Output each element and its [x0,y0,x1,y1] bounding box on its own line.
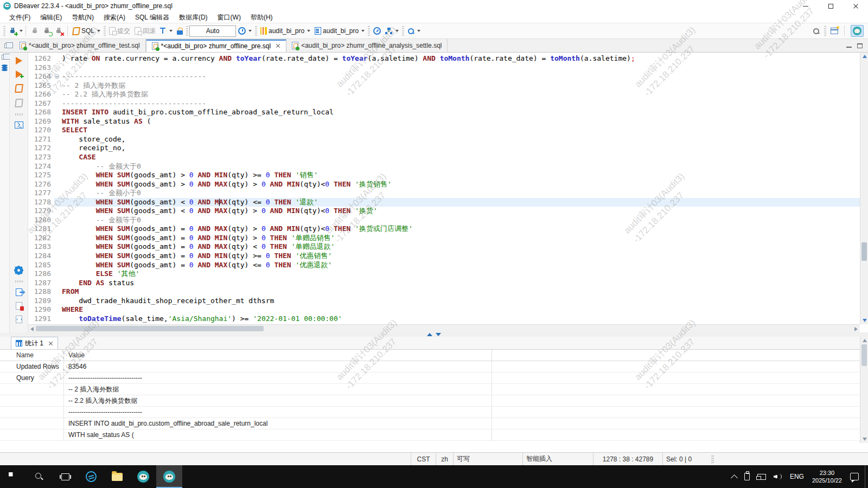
menu-help[interactable]: 帮助(H) [246,12,278,23]
code-line[interactable]: 1291 toDateTime(sale_time,'Asia/Shanghai… [28,314,860,324]
panel-sash[interactable] [0,332,868,337]
status-caret-position[interactable]: 1278 : 38 : 42789 [593,453,662,465]
tray-volume-button[interactable] [770,465,786,488]
execute-new-tab-button[interactable] [16,70,22,78]
sql-console-button[interactable] [15,121,23,129]
export-data-button[interactable] [16,288,22,296]
dbeaver-taskbar-button-active[interactable] [156,465,182,488]
code-line[interactable]: 1281 WHEN SUM(goods_amt) = 0 AND MAX(qty… [28,224,860,234]
tray-network-button[interactable] [754,465,770,488]
restore-view-icon[interactable] [2,55,8,60]
menu-window[interactable]: 窗口(W) [213,12,246,23]
new-connection-button[interactable] [7,25,18,36]
code-line[interactable]: 1285 WHEN SUM(goods_amt) = 0 AND MAX(qty… [28,261,860,270]
minimize-editor-icon[interactable] [846,43,852,48]
tray-show-hidden-icons[interactable] [728,465,741,488]
fold-collapse-icon[interactable] [54,72,62,81]
rollback-button[interactable]: 回滚 [132,25,158,37]
restore-panel-button[interactable] [0,39,14,52]
task-view-button[interactable] [52,465,78,488]
show-desktop-button[interactable] [865,465,868,488]
statistics-tab-close-icon[interactable] [48,341,53,346]
code-area[interactable]: 1262) rate ON rate.currency = a.currency… [28,53,860,324]
code-line[interactable]: 1283 WHEN SUM(goods_amt) = 0 AND MAX(qty… [28,242,860,252]
code-line[interactable]: 1272 receipt_no, [28,144,860,153]
code-line[interactable]: 1275 WHEN SUM(goods_amt) > 0 AND MIN(qty… [28,171,860,180]
database-navigator-icon[interactable] [1,64,8,71]
code-line[interactable]: 1270SELECT [28,126,860,135]
column-header-name[interactable]: Name [0,350,64,361]
code-line[interactable]: 1282 WHEN SUM(goods_amt) = 0 AND MIN(qty… [28,234,860,243]
scrollbar-thumb[interactable] [861,242,867,261]
tray-usb-button[interactable] [741,465,754,488]
taskbar-search-button[interactable] [26,465,52,488]
code-line[interactable]: 1274 -- 金额大于0 [28,162,860,171]
editor-vertical-scrollbar[interactable] [860,53,868,324]
scroll-down-icon[interactable] [863,319,867,322]
tab-zhumr-offline-analysis-settle[interactable]: <audit_bi_pro> zhumr_offline_analysis_se… [286,39,448,52]
code-line[interactable]: 1265-- 2 插入海外数据 [28,81,860,91]
scroll-up-icon[interactable] [863,55,867,58]
scroll-left-icon[interactable] [30,327,34,331]
connection-selector[interactable]: audit_bi_pro [258,25,312,36]
transaction-lock-button[interactable] [175,26,185,36]
code-line[interactable]: 1287 END AS status [28,279,860,288]
scrollbar-thumb[interactable] [861,344,867,366]
close-button[interactable] [843,0,868,12]
minimize-button[interactable] [793,0,818,12]
dbeaver-taskbar-button[interactable] [130,465,156,488]
sql-history-button[interactable] [236,25,254,36]
editor-horizontal-scrollbar[interactable] [28,324,860,332]
sash-down-icon[interactable] [436,333,441,336]
code-line[interactable]: 1262) rate ON rate.currency = a.currency… [28,54,860,63]
menu-database[interactable]: 数据库(D) [174,12,213,23]
code-line[interactable]: 1279 WHEN SUM(goods_amt) < 0 AND MAX(qty… [28,207,860,216]
column-header-value[interactable]: Value [64,350,492,361]
code-line[interactable]: 1273 CASE [28,153,860,162]
commit-mode-combo[interactable]: Auto [189,25,236,37]
dbeaver-perspective-button[interactable] [851,25,864,37]
schema-selector[interactable]: audit_bi_pro [312,25,367,36]
menu-edit[interactable]: 编辑(E) [35,12,67,23]
maximize-editor-icon[interactable] [857,43,863,48]
connect-button[interactable] [29,25,41,36]
taskbar-clock[interactable]: 23:30 2025/10/22 [808,469,846,484]
table-row[interactable]: -- 2.2 插入海外换货数据 [0,395,860,407]
code-line[interactable]: 1289 dwd_trade_hkaudit_shop_receipt_othe… [28,297,860,306]
tab-zhumr-offline-test[interactable]: *<audit_bi_pro> zhumr_offline_test.sql [14,39,146,52]
menu-navigate[interactable]: 导航(N) [67,12,99,23]
execute-statement-button[interactable] [16,57,22,65]
sash-up-icon[interactable] [427,333,432,336]
scroll-down-icon[interactable] [863,438,867,441]
table-row[interactable]: WITH sale_status AS ( [0,429,860,441]
tab-close-icon[interactable] [276,43,280,48]
code-line[interactable]: 1284 WHEN SUM(goods_amt) = 0 AND MIN(qty… [28,252,860,261]
code-line[interactable]: 1288FROM [28,287,860,297]
execute-script-button[interactable] [15,84,23,93]
code-line[interactable]: 1263 [28,63,860,73]
explain-plan-button[interactable] [15,99,23,107]
code-line[interactable]: 1277 -- 金额小于0 [28,189,860,198]
commit-button[interactable]: 提交 [107,25,132,37]
file-explorer-button[interactable] [104,465,130,488]
server-tasks-button[interactable] [383,26,401,36]
table-row[interactable]: Updated Rows83546 [0,361,860,373]
code-line[interactable]: 1278 WHEN SUM(goods_amt) < 0 AND MAX(qty… [28,198,860,207]
scroll-right-icon[interactable] [854,327,858,331]
start-button[interactable] [0,465,26,488]
maximize-button[interactable] [818,0,843,12]
table-row[interactable]: INSERT INTO audit_bi_pro.custom_offline_… [0,418,860,429]
menu-file[interactable]: 文件(F) [4,12,35,23]
code-line[interactable]: 1268INSERT INTO audit_bi_pro.custom_offl… [28,108,860,117]
code-line[interactable]: 1286 ELSE '其他' [28,269,860,279]
internet-explorer-button[interactable] [78,465,104,488]
code-line[interactable]: 1290WHERE [28,305,860,314]
editor-settings-button[interactable] [15,266,23,274]
action-center-button[interactable] [846,465,863,488]
tab-statistics[interactable]: 统计 1 [11,337,58,349]
transaction-mode-button[interactable] [158,25,175,36]
scrollbar-thumb[interactable] [36,326,264,331]
table-row[interactable]: -- 2 插入海外数据 [0,384,860,395]
code-line[interactable]: 1264---------------------------------- [28,72,860,81]
table-row[interactable]: ---------------------------------- [0,407,860,418]
